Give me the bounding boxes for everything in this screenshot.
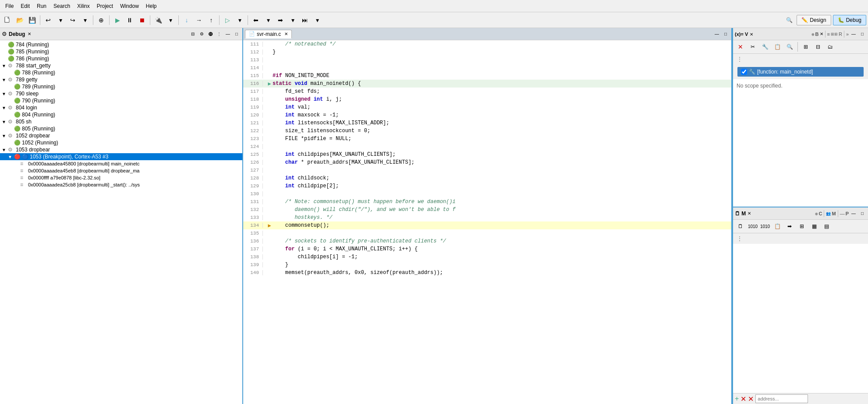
code-line[interactable]: 138 childpipes[i] = -1; <box>243 253 731 261</box>
vars-min[interactable]: — <box>850 30 857 38</box>
redo-button[interactable]: ↪ <box>67 14 78 26</box>
menu-edit[interactable]: Edit <box>17 1 33 11</box>
menu-project[interactable]: Project <box>93 1 117 11</box>
list-item[interactable]: 🟢 785 (Running) <box>0 48 242 55</box>
debug-panel-new[interactable]: ⊕ <box>206 30 214 38</box>
stack-frame-item[interactable]: ≡ 0x0000ffff a79e0878 [libc-2.32.so] <box>0 174 242 181</box>
vars-close-icon[interactable]: ✕ <box>750 32 753 37</box>
list-item[interactable]: ▼ ⚙ 805 sh <box>0 118 242 125</box>
search-icon-button[interactable]: 🔍 <box>783 14 795 26</box>
code-scroll-area[interactable]: 111 /* notreached */ 112 } 113 <box>243 40 731 404</box>
debug-panel-settings[interactable]: ⚙ <box>198 30 205 38</box>
debug-panel-max[interactable]: □ <box>233 30 241 38</box>
code-line[interactable]: 115 #if NON_INETD_MODE <box>243 72 731 80</box>
vars-scissors-btn[interactable]: ✂ <box>747 41 758 53</box>
code-line[interactable]: 139 } <box>243 261 731 269</box>
mem-grid3-btn[interactable]: ▤ <box>821 221 832 232</box>
code-line[interactable]: 130 <box>243 190 731 198</box>
expression-checkbox[interactable] <box>741 69 747 75</box>
code-line[interactable]: 136 /* sockets to identify pre-authentic… <box>243 237 731 245</box>
mem-grid1-btn[interactable]: ⊞ <box>796 221 808 232</box>
next-button[interactable]: ⏭ <box>299 14 311 26</box>
step-over[interactable]: → <box>193 14 205 26</box>
mem-copy-btn[interactable]: 📋 <box>772 221 783 232</box>
code-line[interactable]: 140 memset(preauth_addrs, 0x0, sizeof(pr… <box>243 269 731 277</box>
forward-button[interactable]: ➡ <box>275 14 286 26</box>
save-button[interactable]: 💾 <box>26 14 38 26</box>
code-line[interactable]: 125 int childpipes[MAX_UNAUTH_CLIENTS]; <box>243 151 731 158</box>
design-view-button[interactable]: ✏️ Design <box>797 15 831 25</box>
menu-run[interactable]: Run <box>33 1 50 11</box>
memory-add-button[interactable]: + <box>735 395 739 403</box>
list-item[interactable]: 🟢 786 (Running) <box>0 55 242 62</box>
menu-file[interactable]: File <box>2 1 17 11</box>
debug-cursor[interactable]: ⊕ <box>96 14 107 26</box>
mem-max[interactable]: □ <box>858 210 866 218</box>
back-button[interactable]: ⬅ <box>250 14 262 26</box>
redo-dropdown[interactable]: ▾ <box>79 14 91 26</box>
code-line[interactable]: 120 int maxsock = -1; <box>243 111 731 119</box>
list-item[interactable]: ▼ ⚙ 1052 dropbear <box>0 132 242 139</box>
code-line[interactable]: 114 <box>243 64 731 72</box>
code-line[interactable]: 129 int childpipe[2]; <box>243 182 731 190</box>
menu-window[interactable]: Window <box>117 1 142 11</box>
stack-frame-item[interactable]: ≡ 0x0000aaaadea25cb8 [dropbearmulti] _st… <box>0 181 242 188</box>
editor-min[interactable]: — <box>713 30 721 38</box>
list-item[interactable]: 🟢 804 (Running) <box>0 111 242 118</box>
list-item[interactable]: 🟢 788 (Running) <box>0 69 242 76</box>
code-line[interactable]: 126 char * preauth_addrs[MAX_UNAUTH_CLIE… <box>243 158 731 166</box>
code-line[interactable]: 117 fd_set fds; <box>243 88 731 95</box>
code-line-breakpoint[interactable]: 134 ▶ commonsetup(); <box>243 221 731 229</box>
resume-button[interactable]: ▶ <box>112 14 123 26</box>
disconnect-dropdown[interactable]: ▾ <box>165 14 176 26</box>
code-line[interactable]: 111 /* notreached */ <box>243 40 731 48</box>
expression-item[interactable]: 🔧 [function: main_noinetd] <box>737 67 864 77</box>
list-item[interactable]: ▼ ⚙ 804 login <box>0 104 242 111</box>
code-line[interactable]: 112 } <box>243 48 731 56</box>
forward-dropdown[interactable]: ▾ <box>287 14 298 26</box>
memory-close-icon[interactable]: ✕ <box>748 211 751 216</box>
list-item[interactable]: ▼ ⚙ 789 getty <box>0 76 242 83</box>
run-to-line-dropdown[interactable]: ▾ <box>234 14 245 26</box>
code-line[interactable]: 122 size_t listensockcount = 0; <box>243 127 731 135</box>
step-return[interactable]: ↑ <box>205 14 217 26</box>
vars-copy-btn[interactable]: 📋 <box>772 41 783 53</box>
code-line[interactable]: 132 daemon() will chdir("/"), and we won… <box>243 206 731 214</box>
code-line-current[interactable]: 116 ▶ static void main_noinetd() { <box>243 80 731 88</box>
run-to-line[interactable]: ▷ <box>222 14 233 26</box>
open-button[interactable]: 📂 <box>14 14 25 26</box>
editor-max[interactable]: □ <box>722 30 730 38</box>
debug-tree[interactable]: 🟢 784 (Running) 🟢 785 (Running) 🟢 786 (R… <box>0 40 242 404</box>
mem-min[interactable]: — <box>850 210 857 218</box>
list-item[interactable]: 🟢 784 (Running) <box>0 41 242 48</box>
back-dropdown[interactable]: ▾ <box>262 14 274 26</box>
stack-frame-item[interactable]: ≡ 0x0000aaaadea45eb8 [dropbearmulti] dro… <box>0 167 242 174</box>
vars-layout-btn[interactable]: 🗂 <box>825 41 836 53</box>
code-line[interactable]: 131 /* Note: commonsetup() must happen b… <box>243 198 731 206</box>
memory-delete-button[interactable]: ✕ <box>740 395 746 403</box>
memory-address-input[interactable] <box>755 394 808 403</box>
debug-panel-min[interactable]: — <box>224 30 232 38</box>
vars-add-watch-btn[interactable]: 🔧 <box>759 41 771 53</box>
memory-delete2-button[interactable]: ✕ <box>748 395 754 403</box>
code-line[interactable]: 113 <box>243 56 731 64</box>
next-dropdown[interactable]: ▾ <box>312 14 323 26</box>
debug-panel-collapse[interactable]: ⊟ <box>189 30 197 38</box>
code-line[interactable]: 124 <box>243 143 731 151</box>
code-line[interactable]: 121 int listensocks[MAX_LISTEN_ADDR]; <box>243 119 731 127</box>
mem-binary-btn[interactable]: 1010 <box>747 221 758 232</box>
code-line[interactable]: 127 <box>243 166 731 174</box>
step-into[interactable]: ↓ <box>181 14 192 26</box>
new-button[interactable] <box>2 14 13 26</box>
code-line[interactable]: 123 FILE *pidfile = NULL; <box>243 135 731 143</box>
debug-view-button[interactable]: 🐛 Debug <box>833 15 866 25</box>
debug-panel-view[interactable]: ⋮ <box>215 30 223 38</box>
code-line[interactable]: 119 int val; <box>243 103 731 111</box>
stop-button[interactable]: ⏹ <box>136 14 148 26</box>
close-tab-icon[interactable]: ✕ <box>284 32 288 36</box>
breakpoint-thread-item[interactable]: ▼ 🔴 🔵 1053 (Breakpoint), Cortex-A53 #3 <box>0 153 242 160</box>
disconnect-btn[interactable]: 🔌 <box>152 14 164 26</box>
mem-new-btn[interactable]: 🗒 <box>735 221 746 232</box>
editor-tab-svrmain[interactable]: 📄 svr-main.c ✕ <box>245 30 292 39</box>
vars-delete-btn[interactable]: ✕ <box>735 41 746 53</box>
